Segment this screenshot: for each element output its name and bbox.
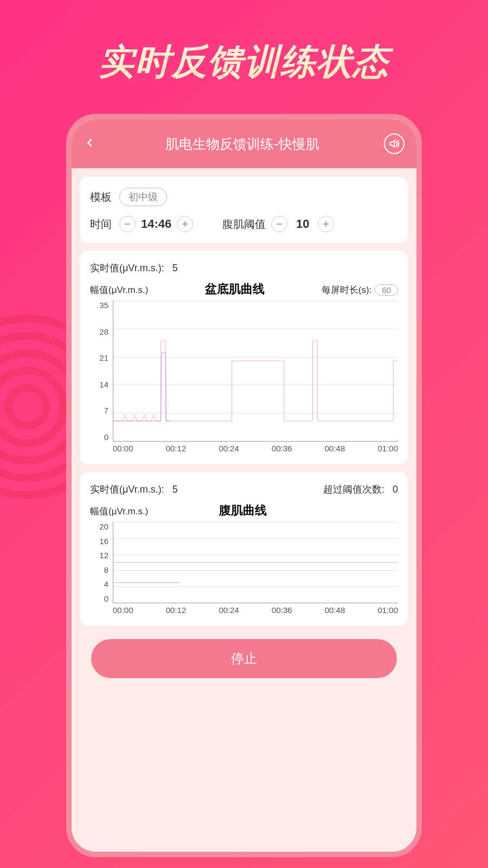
realtime-value: 5: [172, 263, 178, 273]
sound-icon: [388, 138, 400, 150]
abdominal-chart: 20 16 12 8 4 0: [90, 522, 398, 615]
controls-card: 模板 初中级 时间 − 14:46 + 腹肌阈值 − 10 +: [80, 177, 408, 243]
stop-button[interactable]: 停止: [91, 639, 397, 678]
chart-title: 腹肌曲线: [124, 502, 362, 519]
template-selector[interactable]: 初中级: [119, 188, 167, 206]
realtime-label: 实时值(μVr.m.s.):: [90, 263, 164, 273]
threshold-value: 10: [293, 217, 312, 231]
over-threshold-value: 0: [393, 484, 398, 495]
svg-marker-0: [390, 141, 395, 148]
time-increment-button[interactable]: +: [177, 216, 193, 232]
marketing-title: 实时反馈训练状态: [0, 0, 488, 102]
back-button[interactable]: [84, 135, 101, 152]
time-value: 14:46: [141, 217, 171, 231]
screen-duration-selector[interactable]: 60: [375, 284, 398, 296]
pelvic-chart: 35 28 21 14 7 0: [90, 301, 398, 454]
page-title: 肌电生物反馈训练-快慢肌: [101, 135, 384, 153]
threshold-decrement-button[interactable]: −: [271, 216, 287, 232]
app-body: 模板 初中级 时间 − 14:46 + 腹肌阈值 − 10 + 实时值(μVr.…: [72, 168, 416, 852]
phone-frame: 肌电生物反馈训练-快慢肌 模板 初中级 时间 − 14:46 + 腹肌阈值 − …: [66, 114, 422, 857]
threshold-increment-button[interactable]: +: [318, 216, 334, 232]
pelvic-chart-card: 实时值(μVr.m.s.): 5 幅值(μVr.m.s.) 盆底肌曲线 每屏时长…: [80, 251, 408, 464]
pelvic-chart-svg: [113, 301, 398, 441]
threshold-label: 腹肌阈值: [222, 217, 266, 232]
app-header: 肌电生物反馈训练-快慢肌: [72, 119, 416, 168]
realtime-label: 实时值(μVr.m.s.):: [90, 484, 164, 495]
screen-duration-label: 每屏时长(s):: [322, 284, 372, 296]
over-threshold-label: 超过阈值次数:: [323, 484, 384, 495]
realtime-value: 5: [172, 484, 178, 495]
time-decrement-button[interactable]: −: [119, 216, 136, 232]
template-label: 模板: [90, 190, 114, 205]
time-label: 时间: [90, 217, 114, 232]
y-axis-label: 幅值(μVr.m.s.): [90, 284, 148, 296]
abdominal-chart-svg: [113, 522, 398, 603]
chart-title: 盆底肌曲线: [153, 281, 316, 297]
sound-button[interactable]: [384, 133, 404, 154]
abdominal-chart-card: 实时值(μVr.m.s.): 5 超过阈值次数: 0 幅值(μVr.m.s.) …: [80, 472, 408, 626]
